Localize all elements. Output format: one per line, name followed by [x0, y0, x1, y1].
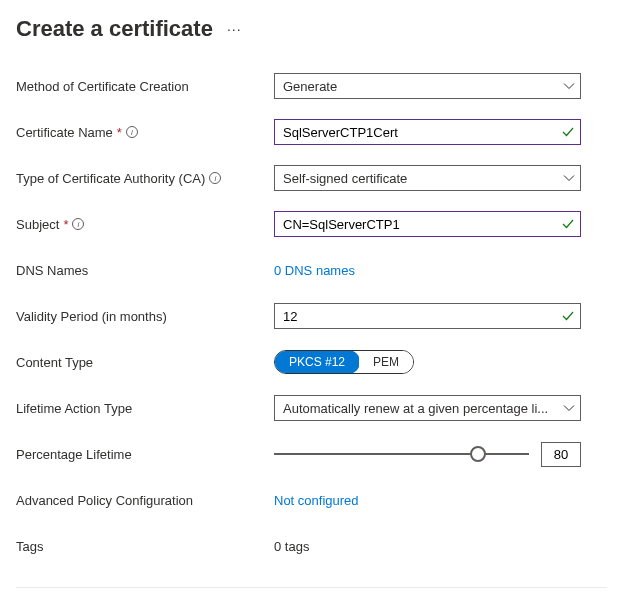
contenttype-label: Content Type: [16, 355, 93, 370]
validity-input[interactable]: [274, 303, 581, 329]
percentlifetime-value-input[interactable]: [541, 442, 581, 467]
info-icon[interactable]: i: [126, 126, 138, 138]
page-title: Create a certificate: [16, 16, 213, 42]
advancedpolicy-label: Advanced Policy Configuration: [16, 493, 193, 508]
certname-input[interactable]: [274, 119, 581, 145]
contenttype-option-pkcs12[interactable]: PKCS #12: [274, 350, 360, 374]
contenttype-option-pem[interactable]: PEM: [359, 351, 413, 373]
catype-select[interactable]: Self-signed certificate: [274, 165, 581, 191]
info-icon[interactable]: i: [72, 218, 84, 230]
subject-label: Subject: [16, 217, 59, 232]
advancedpolicy-link[interactable]: Not configured: [274, 493, 359, 508]
slider-track: [274, 453, 529, 455]
required-indicator: *: [117, 125, 122, 140]
slider-thumb[interactable]: [470, 446, 486, 462]
subject-input[interactable]: [274, 211, 581, 237]
lifetimeaction-label: Lifetime Action Type: [16, 401, 132, 416]
catype-label: Type of Certificate Authority (CA): [16, 171, 205, 186]
method-value: Generate: [283, 79, 337, 94]
dnsnames-label: DNS Names: [16, 263, 88, 278]
contenttype-toggle: PKCS #12 PEM: [274, 350, 414, 374]
tags-link[interactable]: 0 tags: [274, 539, 309, 554]
dnsnames-link[interactable]: 0 DNS names: [274, 263, 355, 278]
lifetimeaction-value: Automatically renew at a given percentag…: [283, 401, 548, 416]
method-label: Method of Certificate Creation: [16, 79, 189, 94]
catype-value: Self-signed certificate: [283, 171, 407, 186]
certname-label: Certificate Name: [16, 125, 113, 140]
percentlifetime-label: Percentage Lifetime: [16, 447, 132, 462]
more-icon[interactable]: ···: [227, 21, 242, 37]
required-indicator: *: [63, 217, 68, 232]
info-icon[interactable]: i: [209, 172, 221, 184]
validity-label: Validity Period (in months): [16, 309, 167, 324]
method-select[interactable]: Generate: [274, 73, 581, 99]
tags-label: Tags: [16, 539, 43, 554]
lifetimeaction-select[interactable]: Automatically renew at a given percentag…: [274, 395, 581, 421]
percentlifetime-slider[interactable]: [274, 444, 529, 464]
